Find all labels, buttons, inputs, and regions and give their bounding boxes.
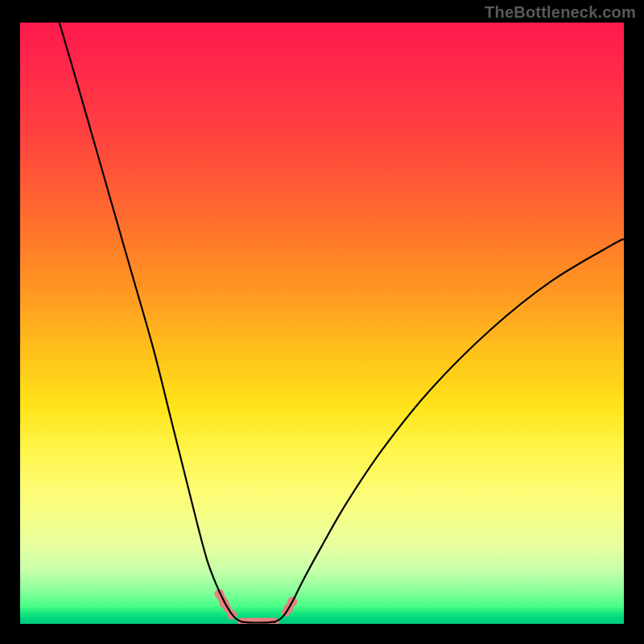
chart-frame: TheBottleneck.com (0, 0, 644, 644)
watermark-text: TheBottleneck.com (485, 3, 636, 22)
bottleneck-curve (60, 23, 624, 623)
curve-layer (20, 23, 624, 624)
plot-area (20, 23, 624, 624)
